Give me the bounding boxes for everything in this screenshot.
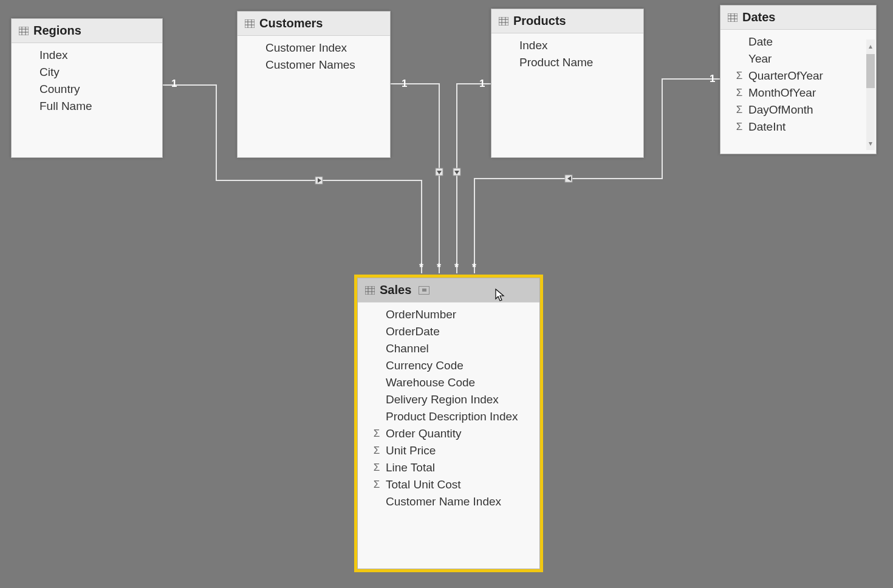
table-icon (245, 19, 255, 28)
svg-marker-7 (567, 176, 571, 181)
expand-icon[interactable] (419, 286, 429, 295)
sigma-icon: Σ (734, 121, 745, 133)
sigma-icon: Σ (734, 104, 745, 116)
svg-marker-6 (454, 171, 459, 174)
svg-marker-4 (318, 178, 321, 183)
field[interactable]: ΣOrder Quantity (358, 425, 539, 442)
field[interactable]: Delivery Region Index (358, 391, 539, 408)
svg-text:*: * (454, 261, 459, 273)
table-title: Sales (380, 283, 411, 297)
field[interactable]: Currency Code (358, 357, 539, 374)
sigma-icon: Σ (734, 70, 745, 82)
svg-rect-26 (499, 17, 508, 26)
svg-rect-3 (565, 175, 572, 182)
table-title: Products (513, 14, 566, 28)
field[interactable]: Channel (358, 340, 539, 357)
field[interactable]: Index (491, 37, 643, 54)
field[interactable]: ΣDateInt (720, 118, 876, 135)
svg-text:1: 1 (479, 78, 485, 89)
table-sales[interactable]: Sales OrderNumber OrderDate Channel Curr… (357, 278, 540, 569)
table-header[interactable]: Regions (12, 19, 162, 43)
table-header[interactable]: Sales (358, 278, 539, 303)
svg-rect-0 (315, 177, 323, 184)
table-icon (19, 27, 29, 35)
field[interactable]: Full Name (12, 98, 162, 115)
svg-text:*: * (472, 261, 476, 273)
table-icon (499, 17, 508, 26)
table-header[interactable]: Customers (238, 12, 390, 36)
field[interactable]: Warehouse Code (358, 374, 539, 391)
table-customers[interactable]: Customers Customer Index Customer Names (237, 11, 391, 158)
field[interactable]: Customer Names (238, 56, 390, 74)
svg-rect-36 (365, 286, 375, 295)
table-header[interactable]: Products (491, 9, 643, 33)
field[interactable]: ΣLine Total (358, 459, 539, 476)
svg-rect-16 (19, 27, 29, 35)
field[interactable]: ΣQuarterOfYear (720, 67, 876, 84)
field[interactable]: Country (12, 81, 162, 98)
svg-rect-2 (453, 168, 460, 176)
field[interactable]: OrderDate (358, 323, 539, 340)
table-regions[interactable]: Regions Index City Country Full Name (11, 18, 163, 158)
sigma-icon: Σ (371, 445, 382, 457)
table-icon (365, 286, 375, 295)
svg-text:*: * (437, 261, 441, 273)
svg-marker-5 (437, 171, 442, 174)
sigma-icon: Σ (734, 87, 745, 99)
svg-text:1: 1 (710, 73, 715, 84)
table-products[interactable]: Products Index Product Name (491, 9, 644, 158)
sigma-icon: Σ (371, 428, 382, 440)
field[interactable]: ΣTotal Unit Cost (358, 476, 539, 493)
sigma-icon: Σ (371, 479, 382, 491)
scroll-down-icon[interactable]: ▾ (866, 138, 875, 149)
field[interactable]: Customer Index (238, 39, 390, 56)
svg-rect-21 (245, 19, 255, 28)
scrollbar[interactable]: ▴ ▾ (866, 39, 875, 150)
svg-text:1: 1 (171, 78, 177, 89)
field[interactable]: ΣMonthOfYear (720, 84, 876, 101)
field[interactable]: Customer Name Index (358, 493, 539, 510)
field[interactable]: City (12, 64, 162, 81)
table-icon (728, 13, 737, 22)
table-title: Dates (742, 10, 775, 24)
scroll-thumb[interactable] (866, 54, 875, 88)
field[interactable]: Index (12, 47, 162, 64)
table-title: Customers (259, 16, 323, 30)
svg-rect-31 (728, 13, 737, 22)
svg-rect-1 (436, 168, 443, 176)
field[interactable]: ΣUnit Price (358, 442, 539, 459)
field[interactable]: Date (720, 33, 876, 50)
field[interactable]: ΣDayOfMonth (720, 101, 876, 118)
model-canvas[interactable]: 1 1 1 1 * * * * Regions Index City Count… (0, 0, 893, 588)
field[interactable]: Product Description Index (358, 408, 539, 425)
table-title: Regions (33, 24, 81, 38)
svg-text:1: 1 (402, 78, 407, 89)
sigma-icon: Σ (371, 462, 382, 474)
scroll-up-icon[interactable]: ▴ (866, 41, 875, 52)
field[interactable]: OrderNumber (358, 306, 539, 323)
svg-text:*: * (419, 261, 423, 273)
table-header[interactable]: Dates (720, 5, 876, 30)
field[interactable]: Product Name (491, 54, 643, 71)
field[interactable]: Year (720, 50, 876, 67)
table-dates[interactable]: Dates Date Year ΣQuarterOfYear ΣMonthOfY… (720, 5, 877, 154)
